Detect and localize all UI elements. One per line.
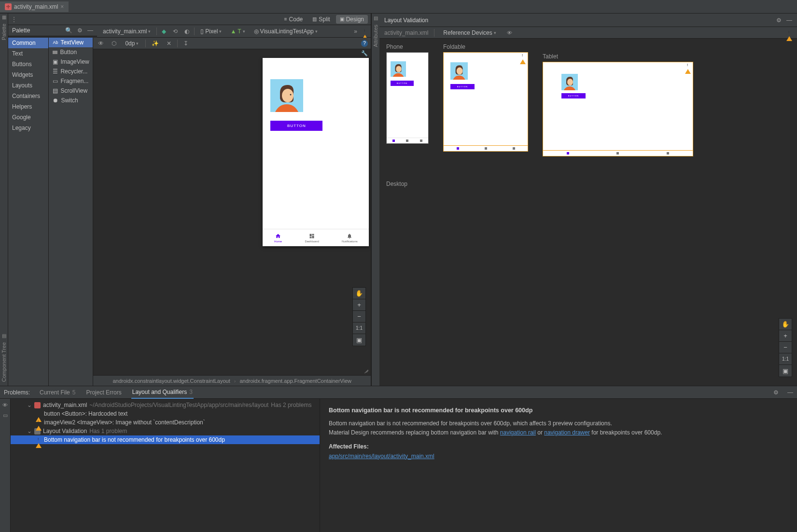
preview-phone[interactable]: BUTTON [386, 52, 429, 144]
validation-visibility-icon[interactable] [505, 29, 514, 37]
zoom-actual-button[interactable]: ▣ [353, 334, 365, 346]
tree-problem-contentdesc[interactable]: imageView2 <ImageView>: Image without `c… [11, 418, 320, 427]
warning-icon[interactable] [520, 53, 528, 60]
palette-search-icon[interactable]: 🔍 [65, 27, 72, 34]
palette-collapse-icon[interactable]: — [87, 27, 93, 34]
component-imageview[interactable]: ▣ImageView [49, 57, 93, 67]
design-canvas[interactable]: 🔧 BUTTON [93, 49, 371, 375]
zoom-in-button[interactable]: + [779, 330, 792, 342]
component-switch[interactable]: ⏺Switch [49, 96, 93, 105]
validation-devices-dropdown[interactable]: Reference Devices▾ [440, 28, 499, 37]
attributes-rail-icon[interactable]: ▤ [374, 15, 378, 21]
palette-rail-icon[interactable]: ▦ [2, 14, 6, 20]
problems-settings-icon[interactable]: ⚙ [773, 389, 779, 396]
component-recyclerview[interactable]: ☰Recycler... [49, 67, 93, 76]
avatar-image [450, 62, 468, 80]
more-icon[interactable]: ⋮ [11, 16, 17, 23]
device-preview-main[interactable]: BUTTON Home Dashboard [263, 58, 369, 246]
tree-layoutval-row[interactable]: ⌄ Layout Validation Has 1 problem [11, 427, 320, 435]
toolbar-warning-badge[interactable] [362, 28, 368, 35]
breadcrumb-child[interactable]: androidx.fragment.app.FragmentContainerV… [239, 378, 351, 384]
validation-collapse-icon[interactable]: — [786, 17, 792, 24]
problems-tab-current[interactable]: Current File5 [39, 387, 76, 398]
zoom-actual-button[interactable]: ▣ [779, 365, 792, 377]
component-textview[interactable]: AbTextView [49, 38, 93, 47]
palette-cat-containers[interactable]: Containers [8, 91, 48, 101]
problems-tab-project[interactable]: Project Errors [85, 387, 122, 398]
problems-tree: ⌄ activity_main.xml ~/AndroidStudioProje… [11, 399, 320, 532]
problems-collapse-icon[interactable]: — [787, 389, 793, 396]
canvas-resize-handle[interactable] [363, 367, 369, 373]
zoom-fit-button[interactable]: 1:1 [779, 353, 792, 365]
component-tree-rail-icon[interactable]: ▤ [2, 333, 6, 338]
zoom-out-button[interactable]: − [779, 342, 792, 353]
validation-warning-badge[interactable] [786, 29, 792, 36]
problems-view-icon[interactable] [2, 402, 8, 408]
zoom-pan-button[interactable]: ✋ [779, 319, 792, 330]
palette-header: Palette 🔍 ⚙ — [8, 25, 97, 36]
toolbar-info-icon[interactable]: ? [361, 40, 368, 47]
palette-settings-icon[interactable]: ⚙ [77, 27, 83, 34]
view-mode-split[interactable]: ▥Split [308, 15, 334, 24]
zoom-controls: ✋ + − 1:1 ▣ [352, 287, 366, 346]
nav-drawer-link[interactable]: navigation drawer [544, 429, 590, 436]
design-toolbar-1: activity_main.xml▾ ◆ ⟲ ◐ ▯ Pixel▾ ▲ T▾ ◎… [97, 25, 371, 38]
validation-settings-icon[interactable]: ⚙ [776, 17, 782, 24]
validation-zoom-controls: ✋ + − 1:1 ▣ [779, 318, 792, 377]
toolbar-night-icon[interactable]: ◐ [182, 27, 191, 36]
problems-filter-icon[interactable]: ▭ [3, 412, 8, 419]
toolbar-view-options-icon[interactable]: 👁 [96, 39, 106, 48]
nav-rail-link[interactable]: navigation rail [500, 429, 536, 436]
wrench-icon[interactable]: 🔧 [361, 50, 368, 56]
component-fragment[interactable]: ▭Fragmen... [49, 76, 93, 86]
toolbar-align-icon[interactable]: ↧ [182, 39, 190, 48]
preview-foldable[interactable]: BUTTON [443, 52, 528, 152]
component-tree-rail-label[interactable]: Component Tree [1, 342, 7, 382]
warning-icon [36, 419, 42, 426]
zoom-pan-button[interactable]: ✋ [353, 288, 365, 299]
component-button[interactable]: Button [49, 47, 93, 57]
toolbar-orientation-icon[interactable]: ⟲ [171, 27, 180, 36]
tree-file-row[interactable]: ⌄ activity_main.xml ~/AndroidStudioProje… [11, 401, 320, 409]
toolbar-theme-dropdown[interactable]: ▲ T▾ [227, 27, 248, 36]
validation-previews[interactable]: Phone BUTTON Foldable [379, 39, 797, 386]
preview-label-tablet: Tablet [543, 53, 693, 60]
view-mode-design[interactable]: ▣Design [336, 15, 368, 24]
toolbar-app-dropdown[interactable]: ◎ VisualLintingTestApp▾ [251, 27, 321, 36]
palette-cat-layouts[interactable]: Layouts [8, 80, 48, 91]
breadcrumb-root[interactable]: androidx.constraintlayout.widget.Constra… [112, 378, 230, 384]
toolbar-wand-icon[interactable]: ✨ [150, 39, 161, 48]
view-mode-code[interactable]: ≡Code [280, 15, 307, 24]
component-scrollview[interactable]: ▤ScrollView [49, 86, 93, 96]
toolbar-surface-icon[interactable]: ◆ [160, 27, 168, 36]
affected-file-link[interactable]: app/src/main/res/layout/activity_main.xm… [329, 453, 434, 460]
toolbar-margin-dropdown[interactable]: 0dp▾ [122, 39, 141, 48]
toolbar-overflow-icon[interactable]: » [352, 27, 359, 36]
palette-cat-legacy[interactable]: Legacy [8, 123, 48, 133]
toolbar-device-dropdown[interactable]: ▯ Pixel▾ [197, 27, 224, 36]
problems-tab-layout[interactable]: Layout and Qualifiers3 [131, 386, 194, 399]
palette-cat-widgets[interactable]: Widgets [8, 70, 48, 80]
validation-file-label: activity_main.xml [384, 29, 428, 36]
toolbar-file-dropdown[interactable]: activity_main.xml▾ [100, 27, 154, 36]
attributes-rail-label[interactable]: Attributes [373, 25, 378, 47]
zoom-fit-button[interactable]: 1:1 [353, 322, 365, 334]
tree-problem-bottomnav[interactable]: Bottom navigation bar is not recommended… [11, 435, 320, 444]
palette-cat-helpers[interactable]: Helpers [8, 101, 48, 112]
file-tab-activity-main[interactable]: activity_main.xml × [0, 1, 69, 12]
palette-cat-common[interactable]: Common [8, 38, 48, 48]
tree-problem-hardcoded[interactable]: button <Button>: Hardcoded text [11, 409, 320, 418]
palette-rail-label[interactable]: Palette [1, 24, 7, 40]
toolbar-magnet-icon[interactable]: ⬡ [110, 39, 118, 48]
palette-cat-google[interactable]: Google [8, 112, 48, 123]
svg-point-6 [457, 68, 463, 75]
palette-cat-buttons[interactable]: Buttons [8, 59, 48, 70]
warning-icon[interactable] [685, 62, 693, 70]
zoom-out-button[interactable]: − [353, 311, 365, 322]
zoom-in-button[interactable]: + [353, 299, 365, 311]
preview-tablet[interactable]: BUTTON [543, 62, 693, 156]
close-tab-icon[interactable]: × [60, 3, 64, 10]
home-icon [275, 233, 281, 239]
toolbar-clear-icon[interactable]: ✕ [165, 39, 173, 48]
palette-cat-text[interactable]: Text [8, 48, 48, 59]
